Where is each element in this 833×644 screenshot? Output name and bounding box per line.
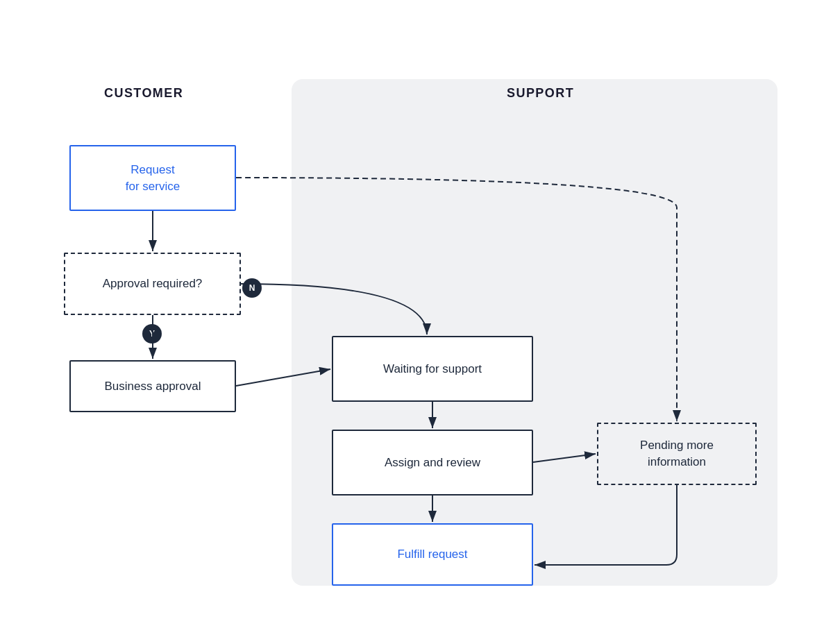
fulfill-request-box: Fulfill request — [332, 523, 533, 586]
support-column-header: SUPPORT — [507, 86, 574, 101]
diagram-container: CUSTOMER SUPPORT Requestfor service Appr… — [35, 37, 798, 607]
waiting-for-support-box: Waiting for support — [332, 336, 533, 402]
approval-required-label: Approval required? — [103, 276, 203, 292]
business-approval-label: Business approval — [105, 378, 201, 395]
request-service-label: Requestfor service — [126, 162, 180, 195]
approval-required-box: Approval required? — [64, 253, 241, 315]
waiting-for-support-label: Waiting for support — [383, 361, 482, 378]
pending-more-info-label: Pending moreinformation — [640, 437, 714, 471]
business-approval-box: Business approval — [69, 360, 236, 412]
assign-and-review-label: Assign and review — [385, 455, 480, 471]
support-panel — [292, 79, 777, 586]
assign-and-review-box: Assign and review — [332, 430, 533, 495]
pending-more-info-box: Pending moreinformation — [597, 423, 757, 485]
badge-n: N — [242, 278, 262, 298]
badge-y: Y — [142, 324, 162, 344]
fulfill-request-label: Fulfill request — [397, 546, 467, 563]
request-service-box: Requestfor service — [69, 145, 236, 211]
customer-column-header: CUSTOMER — [104, 86, 183, 101]
